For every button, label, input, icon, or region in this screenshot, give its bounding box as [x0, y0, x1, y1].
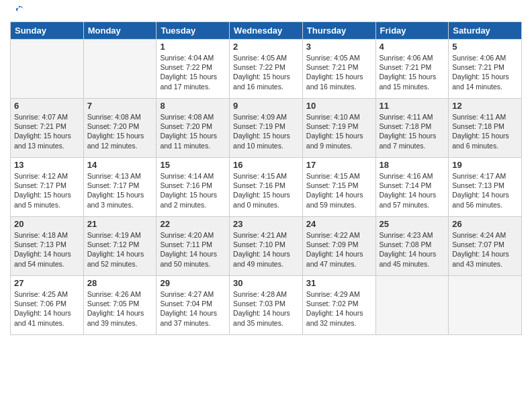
- day-header-monday: Monday: [83, 22, 157, 40]
- calendar-cell: 17Sunrise: 4:15 AMSunset: 7:15 PMDayligh…: [302, 158, 375, 217]
- calendar-cell: [11, 40, 84, 99]
- day-number: 12: [452, 101, 518, 111]
- day-header-friday: Friday: [375, 22, 449, 40]
- calendar-table: SundayMondayTuesdayWednesdayThursdayFrid…: [10, 21, 522, 335]
- day-number: 1: [160, 42, 226, 52]
- day-number: 5: [452, 42, 518, 52]
- calendar-cell: 5Sunrise: 4:06 AMSunset: 7:21 PMDaylight…: [449, 40, 522, 99]
- day-number: 15: [160, 160, 226, 170]
- calendar-cell: 28Sunrise: 4:26 AMSunset: 7:05 PMDayligh…: [83, 276, 157, 335]
- calendar-cell: 8Sunrise: 4:08 AMSunset: 7:20 PMDaylight…: [157, 99, 230, 158]
- day-number: 24: [306, 219, 372, 229]
- day-number: 4: [380, 42, 445, 52]
- day-number: 6: [14, 101, 80, 111]
- day-info: Sunrise: 4:15 AMSunset: 7:15 PMDaylight:…: [306, 171, 372, 210]
- calendar-header-row: SundayMondayTuesdayWednesdayThursdayFrid…: [11, 22, 522, 40]
- day-number: 27: [14, 278, 80, 288]
- calendar-cell: 27Sunrise: 4:25 AMSunset: 7:06 PMDayligh…: [11, 276, 84, 335]
- day-header-tuesday: Tuesday: [157, 22, 230, 40]
- day-number: 10: [306, 101, 372, 111]
- week-row-4: 20Sunrise: 4:18 AMSunset: 7:13 PMDayligh…: [11, 217, 522, 276]
- day-info: Sunrise: 4:14 AMSunset: 7:16 PMDaylight:…: [160, 171, 226, 210]
- day-info: Sunrise: 4:07 AMSunset: 7:21 PMDaylight:…: [14, 112, 80, 150]
- calendar-cell: 13Sunrise: 4:12 AMSunset: 7:17 PMDayligh…: [11, 158, 84, 217]
- calendar-cell: 12Sunrise: 4:11 AMSunset: 7:18 PMDayligh…: [449, 99, 522, 158]
- day-number: 23: [233, 219, 299, 229]
- day-number: 13: [14, 160, 80, 170]
- day-info: Sunrise: 4:17 AMSunset: 7:13 PMDaylight:…: [452, 171, 518, 210]
- day-info: Sunrise: 4:09 AMSunset: 7:19 PMDaylight:…: [233, 112, 299, 150]
- week-row-1: 1Sunrise: 4:04 AMSunset: 7:22 PMDaylight…: [11, 40, 522, 99]
- calendar-cell: 29Sunrise: 4:27 AMSunset: 7:04 PMDayligh…: [157, 276, 230, 335]
- day-number: 21: [87, 219, 153, 229]
- calendar-cell: [83, 40, 157, 99]
- week-row-5: 27Sunrise: 4:25 AMSunset: 7:06 PMDayligh…: [11, 276, 522, 335]
- calendar-cell: 3Sunrise: 4:05 AMSunset: 7:21 PMDaylight…: [302, 40, 375, 99]
- day-info: Sunrise: 4:10 AMSunset: 7:19 PMDaylight:…: [306, 112, 372, 150]
- day-info: Sunrise: 4:20 AMSunset: 7:11 PMDaylight:…: [160, 230, 226, 269]
- day-number: 2: [233, 42, 299, 52]
- day-info: Sunrise: 4:16 AMSunset: 7:14 PMDaylight:…: [380, 171, 445, 210]
- day-info: Sunrise: 4:15 AMSunset: 7:16 PMDaylight:…: [233, 171, 299, 210]
- day-number: 20: [14, 219, 80, 229]
- calendar-cell: 6Sunrise: 4:07 AMSunset: 7:21 PMDaylight…: [11, 99, 84, 158]
- main-container: SundayMondayTuesdayWednesdayThursdayFrid…: [0, 0, 532, 342]
- calendar-cell: 25Sunrise: 4:23 AMSunset: 7:08 PMDayligh…: [375, 217, 449, 276]
- day-info: Sunrise: 4:04 AMSunset: 7:22 PMDaylight:…: [160, 53, 226, 91]
- day-info: Sunrise: 4:26 AMSunset: 7:05 PMDaylight:…: [87, 289, 153, 328]
- day-number: 28: [87, 278, 153, 288]
- day-info: Sunrise: 4:28 AMSunset: 7:03 PMDaylight:…: [233, 289, 299, 328]
- calendar-cell: 30Sunrise: 4:28 AMSunset: 7:03 PMDayligh…: [230, 276, 303, 335]
- day-header-thursday: Thursday: [302, 22, 375, 40]
- day-number: 18: [380, 160, 445, 170]
- day-number: 25: [380, 219, 445, 229]
- week-row-2: 6Sunrise: 4:07 AMSunset: 7:21 PMDaylight…: [11, 99, 522, 158]
- day-number: 22: [160, 219, 226, 229]
- header: [10, 7, 522, 17]
- calendar-cell: 11Sunrise: 4:11 AMSunset: 7:18 PMDayligh…: [375, 99, 449, 158]
- logo: [10, 7, 26, 17]
- day-info: Sunrise: 4:08 AMSunset: 7:20 PMDaylight:…: [160, 112, 226, 150]
- day-number: 29: [160, 278, 226, 288]
- calendar-cell: 2Sunrise: 4:05 AMSunset: 7:22 PMDaylight…: [230, 40, 303, 99]
- day-number: 26: [452, 219, 518, 229]
- calendar-cell: [449, 276, 522, 335]
- day-number: 19: [452, 160, 518, 170]
- calendar-cell: 23Sunrise: 4:21 AMSunset: 7:10 PMDayligh…: [230, 217, 303, 276]
- day-info: Sunrise: 4:23 AMSunset: 7:08 PMDaylight:…: [380, 230, 445, 269]
- day-info: Sunrise: 4:18 AMSunset: 7:13 PMDaylight:…: [14, 230, 80, 269]
- day-info: Sunrise: 4:24 AMSunset: 7:07 PMDaylight:…: [452, 230, 518, 269]
- day-number: 8: [160, 101, 226, 111]
- day-info: Sunrise: 4:21 AMSunset: 7:10 PMDaylight:…: [233, 230, 299, 269]
- day-info: Sunrise: 4:19 AMSunset: 7:12 PMDaylight:…: [87, 230, 153, 269]
- calendar-cell: 24Sunrise: 4:22 AMSunset: 7:09 PMDayligh…: [302, 217, 375, 276]
- day-info: Sunrise: 4:29 AMSunset: 7:02 PMDaylight:…: [306, 289, 372, 328]
- calendar-cell: 10Sunrise: 4:10 AMSunset: 7:19 PMDayligh…: [302, 99, 375, 158]
- calendar-cell: 14Sunrise: 4:13 AMSunset: 7:17 PMDayligh…: [83, 158, 157, 217]
- day-number: 3: [306, 42, 372, 52]
- week-row-3: 13Sunrise: 4:12 AMSunset: 7:17 PMDayligh…: [11, 158, 522, 217]
- calendar-cell: 1Sunrise: 4:04 AMSunset: 7:22 PMDaylight…: [157, 40, 230, 99]
- day-number: 31: [306, 278, 372, 288]
- day-info: Sunrise: 4:13 AMSunset: 7:17 PMDaylight:…: [87, 171, 153, 210]
- day-number: 17: [306, 160, 372, 170]
- calendar-cell: 22Sunrise: 4:20 AMSunset: 7:11 PMDayligh…: [157, 217, 230, 276]
- calendar-cell: 9Sunrise: 4:09 AMSunset: 7:19 PMDaylight…: [230, 99, 303, 158]
- day-info: Sunrise: 4:11 AMSunset: 7:18 PMDaylight:…: [452, 112, 518, 150]
- calendar-cell: 15Sunrise: 4:14 AMSunset: 7:16 PMDayligh…: [157, 158, 230, 217]
- day-info: Sunrise: 4:25 AMSunset: 7:06 PMDaylight:…: [14, 289, 80, 328]
- day-info: Sunrise: 4:05 AMSunset: 7:22 PMDaylight:…: [233, 53, 299, 91]
- calendar-cell: 19Sunrise: 4:17 AMSunset: 7:13 PMDayligh…: [449, 158, 522, 217]
- calendar-cell: [375, 276, 449, 335]
- day-info: Sunrise: 4:11 AMSunset: 7:18 PMDaylight:…: [380, 112, 445, 150]
- calendar-cell: 4Sunrise: 4:06 AMSunset: 7:21 PMDaylight…: [375, 40, 449, 99]
- day-number: 9: [233, 101, 299, 111]
- day-number: 30: [233, 278, 299, 288]
- day-info: Sunrise: 4:06 AMSunset: 7:21 PMDaylight:…: [452, 53, 518, 91]
- day-info: Sunrise: 4:22 AMSunset: 7:09 PMDaylight:…: [306, 230, 372, 269]
- calendar-cell: 31Sunrise: 4:29 AMSunset: 7:02 PMDayligh…: [302, 276, 375, 335]
- day-info: Sunrise: 4:08 AMSunset: 7:20 PMDaylight:…: [87, 112, 153, 150]
- day-header-wednesday: Wednesday: [230, 22, 303, 40]
- day-number: 14: [87, 160, 153, 170]
- calendar-cell: 21Sunrise: 4:19 AMSunset: 7:12 PMDayligh…: [83, 217, 157, 276]
